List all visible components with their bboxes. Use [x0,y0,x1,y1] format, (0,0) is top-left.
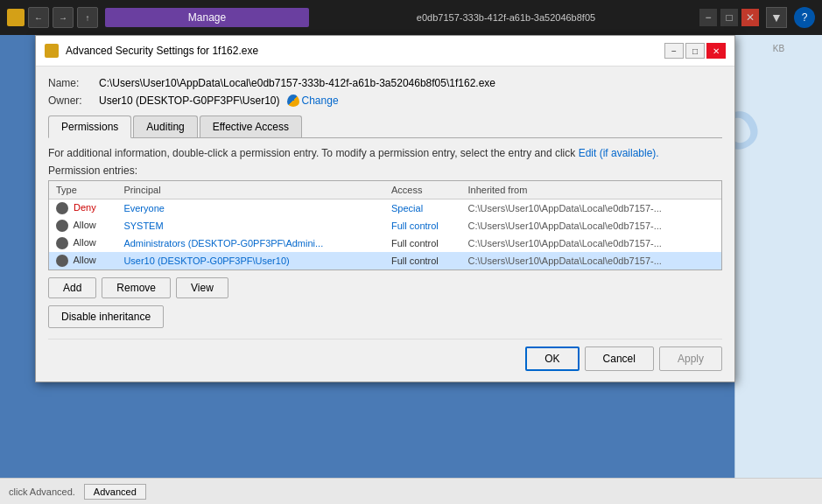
row-inherited-0: C:\Users\User10\AppData\Local\e0db7157-.… [460,200,721,218]
row-type-1: Allow [49,217,116,234]
row-principal-2: Administrators (DESKTOP-G0PF3PF\Admini..… [116,234,384,252]
name-label: Name: [48,77,92,89]
action-buttons: Add Remove View [48,277,722,298]
info-btn[interactable]: ? [794,7,815,28]
owner-label: Owner: [48,94,92,107]
col-principal: Principal [116,181,384,200]
row-type-0: Deny [49,200,116,218]
row-inherited-1: C:\Users\User10\AppData\Local\e0db7157-.… [460,217,721,234]
window-minimize-btn[interactable]: − [699,9,717,26]
section-label: Permission entries: [48,164,722,177]
dialog-close-btn[interactable]: ✕ [706,43,726,59]
user-icon-0 [56,202,68,214]
col-inherited-from: Inherited from [460,181,721,200]
bottom-bar-text: click Advanced. [9,486,75,497]
edit-link[interactable]: Edit (if available). [579,147,659,159]
app-icon [7,9,25,26]
owner-value: User10 (DESKTOP-G0PF3PF\User10) [99,94,280,107]
table-row[interactable]: Deny Everyone Special C:\Users\User10\Ap… [49,200,721,218]
bottom-bar: click Advanced. Advanced [0,478,822,504]
nav-up-btn[interactable]: ↑ [77,7,98,28]
row-inherited-2: C:\Users\User10\AppData\Local\e0db7157-.… [460,234,721,252]
row-principal-1: SYSTEM [116,217,384,234]
sidebar-toggle[interactable]: ▼ [766,7,787,28]
remove-button[interactable]: Remove [102,277,171,298]
info-text-content: For additional information, double-click… [48,147,575,159]
col-type: Type [49,181,116,200]
window-maximize-btn[interactable]: □ [720,9,738,26]
info-paragraph: For additional information, double-click… [48,147,722,159]
change-label: Change [302,94,339,107]
shield-icon [287,94,299,107]
row-type-3: Allow [49,252,116,270]
advanced-security-dialog: Advanced Security Settings for 1f162.exe… [35,35,735,382]
user-icon-1 [56,220,68,232]
apply-button[interactable]: Apply [659,346,722,371]
dialog-maximize-btn[interactable]: □ [685,43,705,59]
row-type-2: Allow [49,234,116,252]
tab-auditing[interactable]: Auditing [133,116,197,137]
dialog-icon [45,44,59,58]
row-principal-0: Everyone [116,200,384,218]
table-header-row: Type Principal Access Inherited from [49,181,721,200]
name-value: C:\Users\User10\AppData\Local\e0db7157-3… [99,77,495,89]
tab-effective-access[interactable]: Effective Access [200,116,302,137]
row-access-0: Special [384,200,460,218]
manage-tab[interactable]: Manage [105,8,309,27]
dialog-minimize-btn[interactable]: − [664,43,684,59]
change-link[interactable]: Change [287,94,339,107]
table-row[interactable]: Allow Administrators (DESKTOP-G0PF3PF\Ad… [49,234,721,252]
row-access-3: Full control [384,252,460,270]
col-access: Access [384,181,460,200]
row-access-1: Full control [384,217,460,234]
tab-permissions[interactable]: Permissions [48,116,131,138]
nav-forward-btn[interactable]: → [53,7,74,28]
nav-back-btn[interactable]: ← [28,7,49,28]
dialog-title: Advanced Security Settings for 1f162.exe [66,45,657,57]
advanced-button[interactable]: Advanced [84,484,146,500]
cancel-button[interactable]: Cancel [585,346,654,371]
permission-table-wrapper: Type Principal Access Inherited from Den… [48,180,722,270]
right-sidebar: KB [734,35,822,504]
table-row[interactable]: Allow SYSTEM Full control C:\Users\User1… [49,217,721,234]
row-access-2: Full control [384,234,460,252]
bottom-buttons: OK Cancel Apply [48,339,722,371]
add-button[interactable]: Add [48,277,96,298]
tabs-container: Permissions Auditing Effective Access [48,116,722,138]
permission-table: Type Principal Access Inherited from Den… [49,181,721,270]
window-path: e0db7157-333b-412f-a61b-3a52046b8f05 [316,12,696,23]
ok-button[interactable]: OK [525,346,579,371]
row-principal-3: User10 (DESKTOP-G0PF3PF\User10) [116,252,384,270]
row-inherited-3: C:\Users\User10\AppData\Local\e0db7157-.… [460,252,721,270]
table-row[interactable]: Allow User10 (DESKTOP-G0PF3PF\User10) Fu… [49,252,721,270]
window-close-btn[interactable]: ✕ [741,9,759,26]
user-icon-2 [56,237,68,249]
disable-inheritance-button[interactable]: Disable inheritance [48,305,164,328]
user-icon-3 [56,255,68,267]
view-button[interactable]: View [176,277,228,298]
